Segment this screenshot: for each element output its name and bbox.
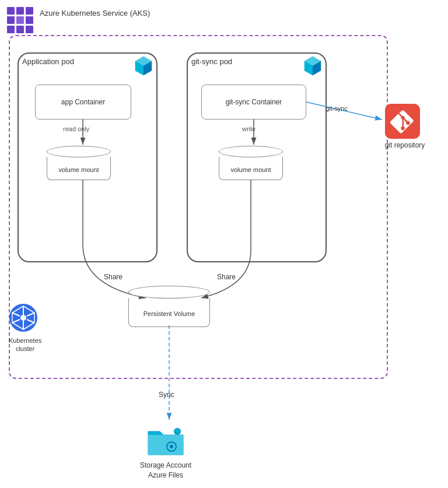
gitsync-container-box: git-sync Container	[201, 85, 306, 120]
persistent-volume-cylinder: Persistent Volume	[128, 286, 210, 327]
gitsync-volume-cylinder: volume mount	[219, 146, 283, 180]
aks-icon	[6, 6, 35, 35]
svg-rect-0	[7, 7, 15, 15]
app-container-box: app Container	[35, 85, 131, 120]
write-label: write	[242, 125, 256, 132]
diagram-container: Azure Kubernetes Service (AKS) Applicati…	[0, 0, 448, 488]
gitsync-pod-icon	[302, 55, 323, 76]
git-repository-icon	[385, 104, 420, 139]
read-only-label: read only	[63, 125, 89, 132]
svg-point-19	[20, 315, 26, 321]
svg-rect-6	[7, 26, 15, 33]
svg-rect-3	[7, 16, 15, 24]
storage-account: Storage AccountAzure Files	[140, 426, 191, 480]
svg-rect-7	[16, 26, 24, 33]
svg-rect-4	[16, 16, 24, 24]
storage-label: Storage AccountAzure Files	[140, 461, 191, 480]
app-pod-label: Application pod	[22, 57, 74, 66]
git-repository-label: git repository	[384, 141, 426, 149]
share-left-label: Share	[104, 273, 123, 281]
app-pod-icon	[133, 55, 154, 76]
k8s-icon	[9, 303, 38, 332]
svg-point-30	[170, 445, 173, 448]
gitsync-pod-label: git-sync pod	[191, 57, 232, 66]
svg-rect-2	[26, 7, 33, 15]
share-right-label: Share	[217, 273, 236, 281]
sync-label: Sync	[159, 391, 174, 399]
kubernetes-cluster: Kubernetescluster	[9, 303, 41, 353]
aks-label: Azure Kubernetes Service (AKS)	[40, 6, 150, 19]
svg-rect-8	[26, 26, 33, 33]
k8s-cluster-label: Kubernetescluster	[9, 336, 41, 353]
app-volume-cylinder: volume mount	[47, 146, 111, 180]
aks-header: Azure Kubernetes Service (AKS)	[6, 6, 150, 35]
svg-rect-5	[26, 16, 33, 24]
storage-icon	[147, 426, 184, 458]
svg-rect-1	[16, 7, 24, 15]
svg-rect-17	[385, 104, 420, 139]
